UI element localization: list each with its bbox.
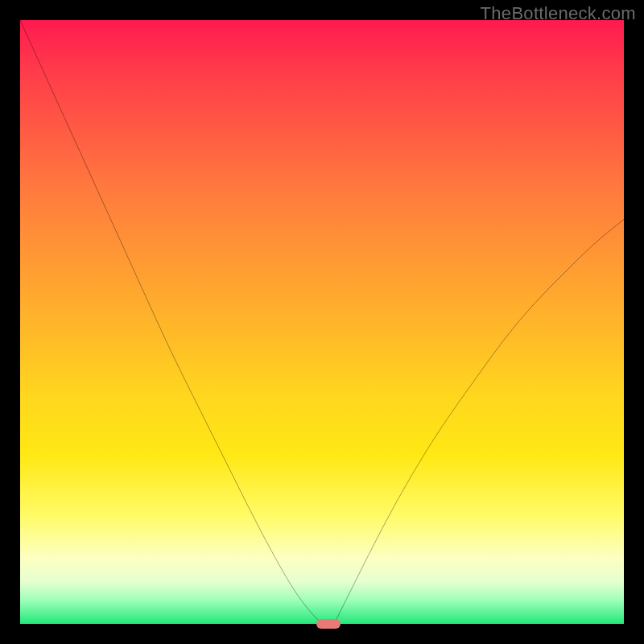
optimum-marker	[316, 619, 341, 629]
plot-area	[20, 20, 624, 624]
curve-path	[20, 20, 624, 624]
bottleneck-curve	[20, 20, 624, 624]
watermark-text: TheBottleneck.com	[481, 3, 636, 24]
chart-frame: TheBottleneck.com	[0, 0, 644, 644]
